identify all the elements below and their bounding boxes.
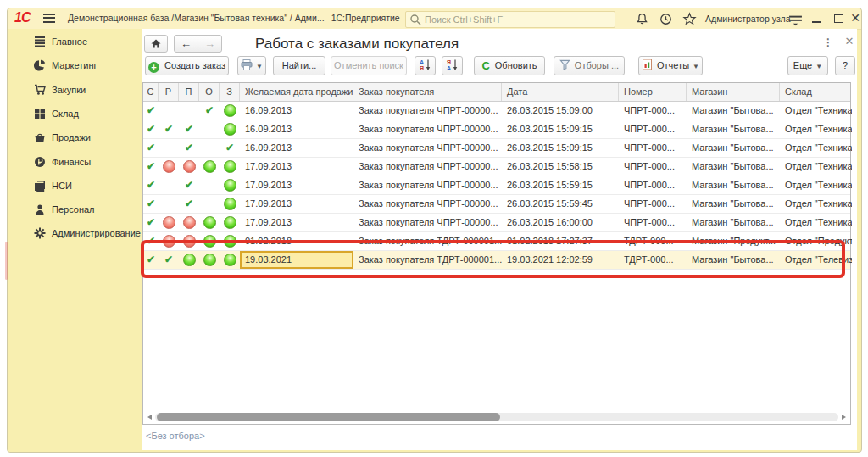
checkmark-icon: ✔ — [225, 139, 234, 157]
green-status-icon — [224, 123, 236, 136]
cell-order: Заказ покупателя ТДРТ-000001... — [353, 251, 502, 269]
help-button[interactable]: ? — [835, 56, 855, 75]
filters-button[interactable]: Отборы ... — [554, 56, 625, 75]
column-header-6[interactable]: Желаемая дата продажи — [240, 83, 353, 101]
sidebar-item-6[interactable]: Финансы — [8, 150, 142, 174]
checkmark-icon: ✔ — [185, 176, 193, 194]
flag-cell — [199, 158, 220, 176]
table-row[interactable]: ✔✔16.09.2013Заказ покупателя ЧПРТ-00000.… — [143, 102, 850, 120]
forward-button[interactable]: → — [198, 35, 222, 53]
global-search-input[interactable]: Поиск Ctrl+Shift+F — [405, 11, 615, 28]
create-order-button[interactable]: +Создать заказ — [145, 56, 229, 75]
notifications-bell-icon[interactable] — [635, 12, 649, 26]
cell-store: Магазин "Продукт... — [687, 232, 780, 250]
close-form-icon[interactable]: ✕ — [843, 36, 855, 47]
flag-cell: ✔ — [143, 195, 159, 213]
maximize-button[interactable] — [832, 12, 845, 25]
cell-warehouse: Отдел "Техника д — [780, 102, 852, 120]
checkmark-icon: ✔ — [147, 232, 155, 250]
green-status-icon — [224, 179, 236, 192]
sidebar-item-7[interactable]: НСИ — [8, 174, 142, 198]
flag-cell — [199, 214, 220, 231]
flag-cell: ✔ — [143, 120, 159, 138]
sidebar-item-5[interactable]: Продажи — [8, 125, 142, 149]
table-row[interactable]: ✔17.09.2013Заказ покупателя ЧПРТ-00000..… — [143, 158, 850, 176]
column-header-8[interactable]: Дата — [502, 83, 619, 101]
column-header-4[interactable]: О — [199, 83, 220, 101]
cell-order: Заказ покупателя ЧПРТ-00000... — [353, 139, 502, 157]
cell-date: 26.03.2015 15:59:15 — [502, 176, 619, 194]
editing-cell[interactable]: 19.03.2021 — [240, 251, 353, 269]
sort-descending-button[interactable]: ЯА — [442, 56, 463, 75]
sidebar-item-4[interactable]: Склад — [8, 102, 142, 125]
column-header-7[interactable]: Заказ покупателя — [353, 83, 502, 101]
sidebar-item-1[interactable]: Главное — [8, 30, 142, 53]
sidebar-item-8[interactable]: Персонал — [8, 198, 142, 221]
checkmark-icon: ✔ — [205, 102, 214, 120]
home-button[interactable] — [144, 35, 168, 53]
grid-icon — [34, 108, 46, 120]
current-user[interactable]: Администратор узла — [705, 14, 791, 24]
scroll-left-arrow-icon[interactable] — [147, 415, 152, 420]
sidebar-item-9[interactable]: Администрирование — [8, 221, 142, 245]
column-header-9[interactable]: Номер — [619, 83, 687, 101]
table-row[interactable]: ✔✔✔16.09.2013Заказ покупателя ЧПРТ-00000… — [143, 120, 850, 139]
cell-number: ЧПРТ-000... — [619, 176, 687, 194]
cancel-search-button[interactable]: Отменить поиск — [331, 56, 407, 75]
table-row[interactable]: ✔✔19.03.2021Заказ покупателя ТДРТ-000001… — [143, 251, 850, 270]
flag-cell: ✔ — [143, 232, 159, 250]
service-menu-icon[interactable] — [788, 14, 803, 28]
ruble-circle-icon — [34, 156, 46, 168]
table-row[interactable]: ✔01.02.2018Заказ покупателя ТДРТ-000001.… — [143, 232, 850, 251]
table-header: СРПОЗЖелаемая дата продажиЗаказ покупате… — [143, 83, 850, 102]
cell-order: Заказ покупателя ТДРТ-000001... — [353, 232, 502, 250]
flag-cell: ✔ — [179, 195, 199, 213]
flag-cell — [159, 158, 179, 176]
more-commands-icon[interactable]: ⋮ — [823, 36, 833, 48]
gear-icon — [34, 227, 46, 239]
reports-button[interactable]: Отчеты▼ — [638, 56, 703, 75]
scroll-right-arrow-icon[interactable] — [842, 415, 846, 420]
sort-ascending-button[interactable]: АЯ — [415, 56, 436, 75]
refresh-icon: C — [481, 59, 489, 72]
table-row[interactable]: ✔✔✔16.09.2013Заказ покупателя ЧПРТ-00000… — [143, 139, 850, 158]
scrollbar-thumb[interactable] — [157, 413, 500, 421]
close-window-button[interactable]: ✕ — [849, 12, 862, 25]
table-row[interactable]: ✔✔17.09.2013Заказ покупателя ЧПРТ-00000.… — [143, 195, 850, 214]
find-button[interactable]: Найти... — [273, 56, 326, 75]
green-status-icon — [224, 104, 236, 117]
column-header-3[interactable]: П — [179, 83, 199, 101]
red-status-icon — [163, 160, 175, 173]
flag-cell: ✔ — [143, 251, 159, 269]
table-row[interactable]: ✔✔17.09.2013Заказ покупателя ЧПРТ-00000.… — [143, 176, 850, 195]
main-menu-icon[interactable] — [43, 14, 55, 23]
checkmark-icon: ✔ — [185, 120, 193, 138]
history-icon[interactable] — [659, 12, 673, 26]
cell-date: 26.03.2015 15:58:15 — [502, 158, 619, 176]
print-button[interactable]: ▼ — [237, 56, 266, 75]
back-button[interactable]: ← — [174, 35, 198, 53]
cell-warehouse: Отдел "Техника д — [780, 120, 852, 138]
column-header-10[interactable]: Магазин — [687, 83, 780, 101]
cell-wanted: 17.09.2013 — [240, 158, 353, 176]
green-status-icon — [224, 254, 236, 266]
more-button[interactable]: Еще▼ — [787, 56, 828, 75]
cell-date: 01.02.2018 17:27:37 — [502, 232, 619, 250]
filter-status-link[interactable]: <Без отбора> — [146, 431, 205, 441]
sidebar-item-3[interactable]: Закупки — [8, 78, 142, 102]
sidebar-item-2[interactable]: Маркетинг — [8, 53, 142, 77]
green-status-icon — [203, 160, 216, 173]
column-header-11[interactable]: Склад — [780, 83, 852, 101]
column-header-1[interactable]: С — [143, 83, 159, 101]
minimize-button[interactable] — [810, 12, 823, 25]
app-window: 1С Демонстрационная база /Магазин "Бытов… — [7, 8, 862, 453]
horizontal-scrollbar[interactable] — [145, 412, 849, 422]
column-header-5[interactable]: З — [220, 83, 240, 101]
table-row[interactable]: ✔17.09.2013Заказ покупателя ЧПРТ-00000..… — [143, 214, 850, 232]
checkmark-icon: ✔ — [147, 176, 155, 194]
cell-warehouse: Отдел "Телевизо — [780, 251, 852, 269]
favorites-star-icon[interactable] — [682, 12, 697, 26]
column-header-2[interactable]: Р — [159, 83, 179, 101]
refresh-button[interactable]: CОбновить — [474, 56, 545, 75]
cell-warehouse: Отдел "Продукты — [780, 232, 852, 250]
